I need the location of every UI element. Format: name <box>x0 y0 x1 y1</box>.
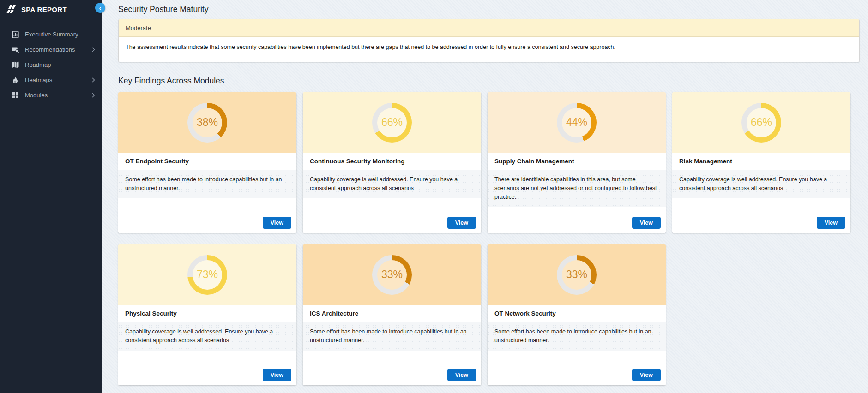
module-card-ot-network-security: 33% OT Network Security Some effort has … <box>488 244 666 385</box>
percent-label: 66% <box>751 116 772 129</box>
module-card-supply-chain-management: 44% Supply Chain Management There are id… <box>488 92 666 233</box>
donut-chart: 66% <box>372 103 412 143</box>
maturity-heading: Security Posture Maturity <box>118 5 860 14</box>
card-footer: View <box>672 198 850 233</box>
donut-chart-area: 38% <box>118 92 296 153</box>
module-card-physical-security: 73% Physical Security Capability coverag… <box>118 244 296 385</box>
sidebar: SPA REPORT ‹ Executive Summary Recommend… <box>0 0 102 393</box>
view-button[interactable]: View <box>447 217 476 229</box>
percent-label: 33% <box>381 268 403 281</box>
flame-icon <box>11 77 19 84</box>
card-description: Some effort has been made to introduce c… <box>488 322 666 351</box>
view-button[interactable]: View <box>263 217 291 229</box>
donut-chart: 66% <box>741 103 781 143</box>
donut-chart-area: 44% <box>488 92 666 153</box>
chevron-right-icon <box>92 47 95 52</box>
card-description: Some effort has been made to introduce c… <box>303 322 481 351</box>
card-title: Supply Chain Management <box>488 153 666 170</box>
donut-chart-area: 66% <box>303 92 481 153</box>
sidebar-item-label: Heatmaps <box>25 77 86 83</box>
donut-chart-area: 33% <box>488 244 666 305</box>
card-description: Capability coverage is well addressed. E… <box>118 322 296 351</box>
main-content: Security Posture Maturity Moderate The a… <box>102 0 868 393</box>
percent-label: 66% <box>381 116 403 129</box>
maturity-level-badge: Moderate <box>119 19 859 37</box>
findings-heading: Key Findings Across Modules <box>118 76 860 86</box>
card-footer: View <box>488 351 666 386</box>
app-title: SPA REPORT <box>21 6 67 13</box>
module-cards-grid: 38% OT Endpoint Security Some effort has… <box>118 92 860 393</box>
maturity-description: The assessment results indicate that som… <box>119 37 859 62</box>
module-card-risk-management: 66% Risk Management Capability coverage … <box>672 92 850 233</box>
view-button[interactable]: View <box>632 369 661 381</box>
percent-label: 38% <box>197 116 218 129</box>
sidebar-item-label: Recommendations <box>25 46 86 53</box>
recommendations-icon <box>11 47 19 53</box>
sidebar-item-label: Modules <box>25 92 86 99</box>
sidebar-item-label: Executive Summary <box>25 31 95 38</box>
card-footer: View <box>303 198 481 233</box>
module-card-ot-endpoint-security: 38% OT Endpoint Security Some effort has… <box>118 92 296 233</box>
sidebar-collapse-button[interactable]: ‹ <box>95 3 105 13</box>
chevron-right-icon <box>92 77 95 83</box>
donut-chart-area: 73% <box>118 244 296 305</box>
sidebar-item-recommendations[interactable]: Recommendations <box>0 42 102 57</box>
card-description: There are identifiable capabilities in t… <box>488 170 666 207</box>
donut-chart-area: 33% <box>303 244 481 305</box>
card-description: Capability coverage is well addressed. E… <box>303 170 481 198</box>
card-footer: View <box>303 351 481 386</box>
donut-chart: 33% <box>372 255 412 295</box>
map-icon <box>11 61 19 68</box>
spa-logo-icon <box>6 5 17 14</box>
card-title: Physical Security <box>118 305 296 322</box>
modules-icon <box>11 92 19 99</box>
view-button[interactable]: View <box>263 369 291 381</box>
percent-label: 73% <box>197 268 218 281</box>
maturity-panel: Moderate The assessment results indicate… <box>118 19 860 62</box>
percent-label: 44% <box>566 116 587 129</box>
donut-chart: 33% <box>557 255 597 295</box>
sidebar-item-executive-summary[interactable]: Executive Summary <box>0 27 102 42</box>
sidebar-item-modules[interactable]: Modules <box>0 88 102 103</box>
sidebar-item-label: Roadmap <box>25 61 95 68</box>
sidebar-item-roadmap[interactable]: Roadmap <box>0 57 102 72</box>
card-footer: View <box>118 198 296 233</box>
donut-chart-area: 66% <box>672 92 850 153</box>
view-button[interactable]: View <box>632 217 661 229</box>
card-title: OT Endpoint Security <box>118 153 296 170</box>
percent-label: 33% <box>566 268 587 281</box>
card-title: OT Network Security <box>488 305 666 322</box>
sidebar-item-heatmaps[interactable]: Heatmaps <box>0 72 102 88</box>
view-button[interactable]: View <box>817 217 845 229</box>
module-card-ics-architecture: 33% ICS Architecture Some effort has bee… <box>303 244 481 385</box>
report-icon <box>11 31 19 38</box>
card-title: Continuous Security Monitoring <box>303 153 481 170</box>
sidebar-nav: Executive Summary Recommendations Roadma… <box>0 27 102 103</box>
view-button[interactable]: View <box>447 369 476 381</box>
card-description: Some effort has been made to introduce c… <box>118 170 296 198</box>
card-title: ICS Architecture <box>303 305 481 322</box>
brand: SPA REPORT <box>0 0 102 18</box>
card-description: Capability coverage is well addressed. E… <box>672 170 850 198</box>
card-footer: View <box>488 207 666 233</box>
donut-chart: 73% <box>187 255 227 295</box>
card-title: Risk Management <box>672 153 850 170</box>
card-footer: View <box>118 351 296 386</box>
donut-chart: 38% <box>187 103 227 143</box>
donut-chart: 44% <box>557 103 597 143</box>
module-card-continuous-security-monitoring: 66% Continuous Security Monitoring Capab… <box>303 92 481 233</box>
chevron-right-icon <box>92 93 95 98</box>
